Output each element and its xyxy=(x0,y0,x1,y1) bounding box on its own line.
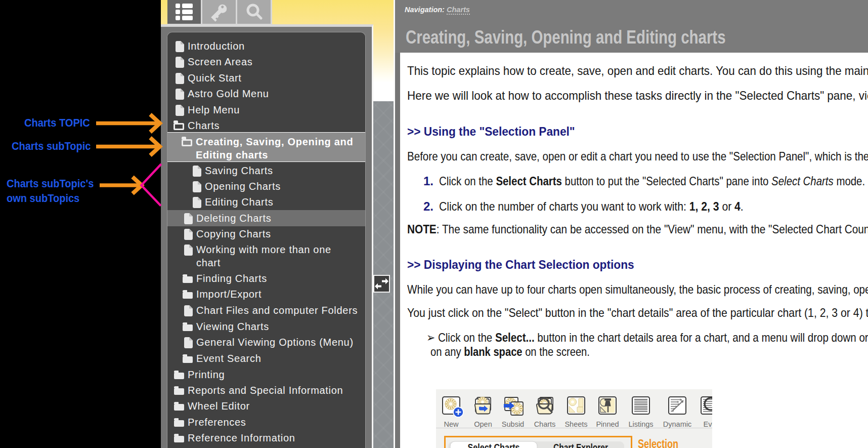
svg-text:Pinned: Pinned xyxy=(596,420,619,428)
svg-text:Subsid: Subsid xyxy=(502,420,524,428)
svg-text:Chart Explorer: Chart Explorer xyxy=(553,441,608,448)
svg-text:Open: Open xyxy=(474,420,492,428)
svg-text:Eve: Eve xyxy=(704,420,713,428)
svg-text:Dynamic: Dynamic xyxy=(663,420,691,428)
svg-text:Selection: Selection xyxy=(638,437,678,448)
svg-text:New: New xyxy=(444,420,459,428)
svg-text:Select Charts: Select Charts xyxy=(468,441,520,448)
svg-text:Charts: Charts xyxy=(534,420,556,428)
svg-text:Listings: Listings xyxy=(628,420,653,428)
svg-text:Sheets: Sheets xyxy=(565,420,587,428)
